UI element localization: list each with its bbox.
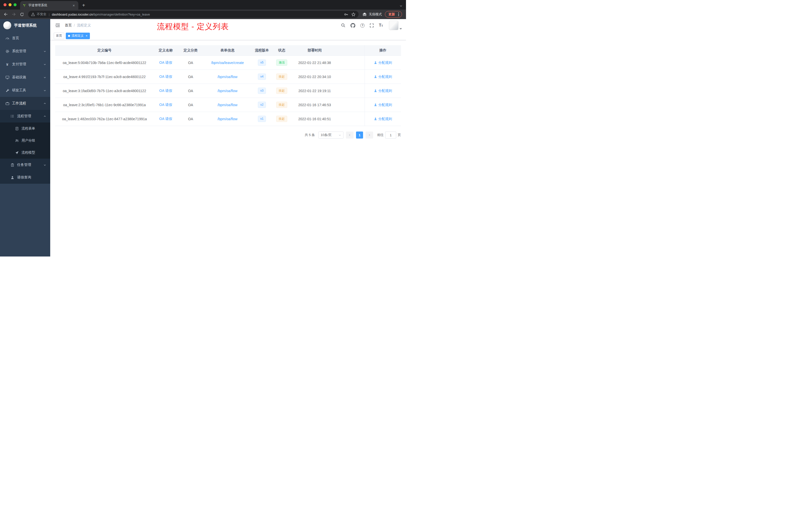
github-icon[interactable] bbox=[350, 23, 355, 28]
cell-definition-name: OA 请假 bbox=[154, 115, 178, 123]
cell-version: v3 bbox=[252, 86, 272, 95]
main-area: 首页 / 流程定义 流程模型 - 定义列表 ? TT bbox=[50, 19, 406, 256]
next-page-button[interactable] bbox=[366, 131, 373, 139]
cell-deploy-time: 2022-01-22 21:48:38 bbox=[291, 59, 338, 66]
incognito-badge: 无痕模式 bbox=[362, 12, 382, 17]
page-content: 定义编号 定义名称 定义分类 表单信息 流程版本 状态 部署时间 操作 oa_l… bbox=[50, 40, 406, 256]
page-unit-label: 页 bbox=[398, 133, 401, 137]
status-badge: 挂起 bbox=[276, 116, 287, 122]
security-warning-icon[interactable] bbox=[31, 12, 35, 16]
sidebar-item-label: 请假查询 bbox=[17, 175, 31, 180]
user-icon bbox=[374, 117, 377, 120]
status-badge: 挂起 bbox=[276, 73, 287, 80]
tab-list-chevron-icon[interactable] bbox=[400, 4, 403, 7]
sidebar-item-label: 流程模型 bbox=[22, 150, 35, 155]
window-minimize-button[interactable] bbox=[8, 3, 11, 6]
sidebar-item-system[interactable]: 系统管理 bbox=[0, 45, 50, 58]
sidebar-item-payment[interactable]: ¥ 支付管理 bbox=[0, 58, 50, 71]
browser-tab[interactable]: 芋道管理系统 × bbox=[20, 1, 78, 9]
sidebar-item-leave-query[interactable]: 请假查询 bbox=[0, 171, 50, 184]
sidebar-item-infrastructure[interactable]: 基础设施 bbox=[0, 71, 50, 84]
col-header: 定义编号 bbox=[55, 47, 154, 54]
tag-current[interactable]: 流程定义 × bbox=[66, 33, 90, 39]
form-link[interactable]: /bpm/oa/flow bbox=[218, 89, 237, 93]
sidebar-item-home[interactable]: 首页 bbox=[0, 32, 50, 45]
sidebar-item-workflow[interactable]: 工作流程 bbox=[0, 97, 50, 110]
col-header-filler bbox=[338, 49, 365, 52]
password-key-icon[interactable] bbox=[344, 12, 348, 17]
browser-toolbar: 不安全 | dashboard.yudao.iocoder.cn/bpm/man… bbox=[0, 9, 406, 19]
sidebar-item-label: 支付管理 bbox=[12, 62, 26, 66]
cell-definition-id: oa_leave:5:004b710b-7b8a-11ec-8ef0-acde4… bbox=[55, 59, 154, 66]
user-icon bbox=[10, 175, 14, 180]
chevron-down-icon bbox=[44, 50, 46, 53]
definition-name-link[interactable]: OA 请假 bbox=[159, 60, 172, 64]
back-button-icon[interactable] bbox=[2, 10, 9, 18]
page-number-button[interactable]: 1 bbox=[356, 131, 363, 139]
security-label[interactable]: 不安全 bbox=[37, 12, 47, 17]
breadcrumb-home[interactable]: 首页 bbox=[65, 23, 72, 28]
new-tab-button[interactable]: + bbox=[80, 1, 87, 9]
tab-close-icon[interactable]: × bbox=[71, 3, 76, 8]
logo-avatar bbox=[3, 21, 11, 30]
assign-rule-link[interactable]: 分配规则 bbox=[374, 60, 392, 65]
chevron-down-icon bbox=[339, 134, 341, 137]
annotation-title: 流程模型 - 定义列表 bbox=[157, 21, 229, 32]
window-close-button[interactable] bbox=[3, 3, 6, 6]
page-size-select[interactable]: 10条/页 bbox=[318, 131, 344, 139]
help-icon[interactable]: ? bbox=[360, 23, 365, 28]
goto-page-input[interactable] bbox=[385, 131, 396, 139]
sidebar-item-task-management[interactable]: 任务管理 bbox=[0, 159, 50, 171]
avatar[interactable] bbox=[389, 21, 399, 30]
table-row: oa_leave:2:3c1f0ef1-76b1-11ec-9c66-a2380… bbox=[55, 98, 401, 112]
cell-status: 挂起 bbox=[272, 114, 291, 123]
definition-name-link[interactable]: OA 请假 bbox=[159, 74, 172, 79]
form-link[interactable]: /bpm/oa/flow bbox=[218, 75, 237, 79]
url-text[interactable]: dashboard.yudao.iocoder.cn/bpm/manager/d… bbox=[52, 12, 342, 16]
sidebar-item-process-model[interactable]: 流程模型 bbox=[0, 147, 50, 159]
assign-rule-link[interactable]: 分配规则 bbox=[374, 74, 392, 79]
update-chip[interactable]: 更新 bbox=[385, 11, 402, 18]
definition-name-link[interactable]: OA 请假 bbox=[159, 103, 172, 107]
user-menu[interactable] bbox=[389, 21, 402, 30]
address-bar[interactable]: 不安全 | dashboard.yudao.iocoder.cn/bpm/man… bbox=[28, 11, 358, 18]
col-header: 操作 bbox=[365, 45, 401, 56]
logo-title: 芋道管理系统 bbox=[14, 23, 37, 28]
assign-rule-link[interactable]: 分配规则 bbox=[374, 117, 392, 121]
definition-name-link[interactable]: OA 请假 bbox=[159, 89, 172, 93]
form-link[interactable]: /bpm/oa/flow bbox=[218, 117, 237, 121]
update-label[interactable]: 更新 bbox=[388, 12, 395, 17]
bookmark-star-icon[interactable] bbox=[351, 12, 355, 17]
forward-button-icon[interactable] bbox=[10, 10, 18, 18]
sidebar-item-label: 基础设施 bbox=[12, 75, 26, 80]
window-zoom-button[interactable] bbox=[13, 3, 17, 6]
sidebar-item-label: 用户分组 bbox=[22, 138, 35, 143]
font-size-icon[interactable]: TT bbox=[379, 23, 383, 27]
reload-button-icon[interactable] bbox=[18, 10, 26, 18]
sidebar-item-devtools[interactable]: 研发工具 bbox=[0, 84, 50, 97]
assign-rule-link[interactable]: 分配规则 bbox=[374, 103, 392, 107]
form-link[interactable]: /bpm/oa/leave/create bbox=[211, 61, 244, 65]
user-icon bbox=[374, 61, 377, 64]
tag-home[interactable]: 首页 bbox=[54, 33, 64, 39]
user-icon bbox=[374, 75, 377, 78]
sidebar-logo[interactable]: 芋道管理系统 bbox=[0, 19, 50, 32]
cell-definition-id: oa_leave:2:3c1f0ef1-76b1-11ec-9c66-a2380… bbox=[55, 101, 154, 109]
chevron-up-icon bbox=[44, 102, 46, 105]
sidebar-item-process-management[interactable]: 流程管理 bbox=[0, 110, 50, 122]
assign-rule-link[interactable]: 分配规则 bbox=[374, 89, 392, 93]
sidebar-item-process-form[interactable]: 流程表单 bbox=[0, 122, 50, 134]
fullscreen-icon[interactable] bbox=[370, 23, 374, 28]
definition-name-link[interactable]: OA 请假 bbox=[159, 117, 172, 121]
tag-close-icon[interactable]: × bbox=[86, 34, 88, 37]
browser-menu-kebab-icon[interactable] bbox=[397, 12, 400, 17]
cell-version: v1 bbox=[252, 114, 272, 123]
sidebar-item-label: 流程管理 bbox=[17, 114, 31, 118]
sidebar-item-user-group[interactable]: 用户分组 bbox=[0, 134, 50, 147]
table-header-row: 定义编号 定义名称 定义分类 表单信息 流程版本 状态 部署时间 操作 bbox=[55, 45, 401, 56]
search-icon[interactable] bbox=[341, 23, 346, 28]
form-link[interactable]: /bpm/oa/flow bbox=[218, 103, 237, 107]
sidebar-fold-icon[interactable] bbox=[54, 22, 61, 29]
prev-page-button[interactable] bbox=[346, 131, 353, 139]
tab-title: 芋道管理系统 bbox=[28, 3, 69, 7]
